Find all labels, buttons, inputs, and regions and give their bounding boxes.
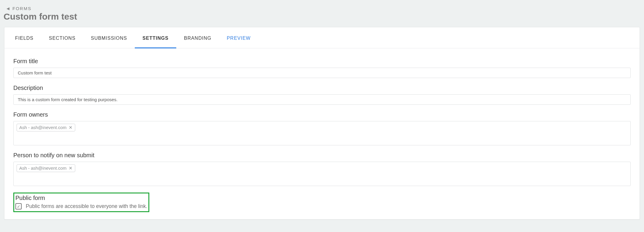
owner-tag: Ash - ash@inevent.com ✕ [17, 124, 75, 131]
tab-branding[interactable]: BRANDING [176, 27, 219, 48]
public-form-title: Public form [15, 195, 147, 201]
form-owners-input[interactable]: Ash - ash@inevent.com ✕ [13, 121, 631, 145]
breadcrumb-label: FORMS [12, 6, 31, 11]
public-form-help: Public forms are accessible to everyone … [26, 203, 147, 209]
form-owners-label: Form owners [13, 111, 631, 118]
description-label: Description [13, 85, 631, 91]
form-title-label: Form title [13, 58, 631, 65]
public-form-checkbox[interactable]: ✓ [15, 203, 22, 209]
settings-card: FIELDS SECTIONS SUBMISSIONS SETTINGS BRA… [4, 27, 640, 220]
owner-tag-label: Ash - ash@inevent.com [19, 125, 66, 130]
notify-tag: Ash - ash@inevent.com ✕ [17, 164, 75, 172]
form-title-input[interactable] [13, 68, 631, 78]
remove-notify-icon[interactable]: ✕ [69, 166, 73, 171]
tab-fields[interactable]: FIELDS [7, 27, 41, 48]
chevron-left-icon: ◀ [7, 7, 10, 10]
description-input[interactable] [13, 94, 631, 105]
tab-settings[interactable]: SETTINGS [135, 27, 176, 48]
settings-pane: Form title Description Form owners Ash -… [4, 48, 640, 219]
public-form-row: ✓ Public forms are accessible to everyon… [15, 203, 147, 209]
notify-input[interactable]: Ash - ash@inevent.com ✕ [13, 162, 631, 186]
tab-sections[interactable]: SECTIONS [41, 27, 83, 48]
notify-label: Person to notify on new submit [13, 152, 631, 159]
breadcrumb[interactable]: ◀ FORMS [0, 0, 644, 12]
tab-submissions[interactable]: SUBMISSIONS [83, 27, 135, 48]
remove-owner-icon[interactable]: ✕ [69, 125, 73, 130]
notify-tag-label: Ash - ash@inevent.com [19, 166, 66, 171]
page-title: Custom form test [0, 12, 644, 27]
tabs: FIELDS SECTIONS SUBMISSIONS SETTINGS BRA… [4, 27, 640, 48]
public-form-highlight: Public form ✓ Public forms are accessibl… [13, 193, 149, 212]
tab-preview[interactable]: PREVIEW [219, 27, 258, 48]
